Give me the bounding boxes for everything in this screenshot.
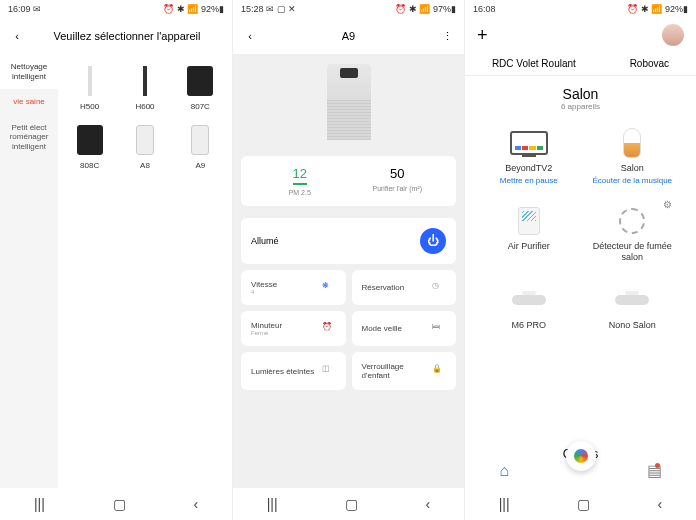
bulb-icon: ◫ — [322, 364, 336, 378]
device-image — [233, 54, 464, 150]
device-h600[interactable]: H600 — [119, 60, 170, 115]
devices-grid: BeyondTV2Mettre en pause SalonÉcouter de… — [465, 121, 696, 453]
device-h500[interactable]: H500 — [64, 60, 115, 115]
tile-speed[interactable]: Vitesse4❋ — [241, 270, 346, 305]
back-icon[interactable]: ‹ — [243, 29, 257, 43]
device-air-purifier[interactable]: Air Purifier — [481, 199, 577, 271]
alarm-icon: ⏰ — [322, 322, 336, 336]
header: + — [465, 18, 696, 52]
tile-lights[interactable]: Lumières éteintes◫ — [241, 352, 346, 390]
device-nono-salon[interactable]: Nono Salon — [585, 278, 681, 339]
room-tabs: RDC Volet Roulant Robovac — [465, 52, 696, 75]
tile-childlock[interactable]: Verrouillage d'enfant🔒 — [352, 352, 457, 390]
lock-icon: 🔒 — [432, 364, 446, 378]
tile-timer[interactable]: MinuteurFermé⏰ — [241, 311, 346, 346]
vacuum-icon — [512, 295, 546, 305]
recent-apps-button[interactable]: ||| — [34, 496, 45, 512]
more-icon[interactable]: ⋮ — [440, 29, 454, 43]
recent-apps-button[interactable]: ||| — [499, 496, 510, 512]
sidebar-item-health[interactable]: vie saine — [0, 89, 58, 115]
device-beyondtv2[interactable]: BeyondTV2Mettre en pause — [481, 121, 577, 191]
system-nav: ||| ▢ ‹ — [233, 488, 464, 520]
clock-icon: ◷ — [432, 281, 446, 295]
system-nav: ||| ▢ ‹ — [465, 488, 696, 520]
category-sidebar: Nettoyage intelligent vie saine Petit él… — [0, 54, 58, 488]
phone-3-google-home: 16:08 ⏰ ✱ 📶 92%▮ + RDC Volet Roulant Rob… — [464, 0, 696, 520]
controls-grid: Vitesse4❋ Réservation◷ MinuteurFermé⏰ Mo… — [233, 270, 464, 390]
system-nav: ||| ▢ ‹ — [0, 488, 232, 520]
back-button[interactable]: ‹ — [426, 496, 431, 512]
device-title: A9 — [265, 30, 432, 42]
pm25-value: 12 — [293, 166, 307, 185]
phone-2-device-control: 15:28 ✉ ▢ ✕ ⏰ ✱ 📶 97%▮ ‹ A9 ⋮ 12PM 2.5 5… — [232, 0, 464, 520]
sidebar-item-cleaning[interactable]: Nettoyage intelligent — [0, 54, 58, 89]
device-807c[interactable]: 807C — [175, 60, 226, 115]
gear-icon[interactable]: ⚙ — [663, 199, 672, 210]
device-a8[interactable]: A8 — [119, 119, 170, 174]
device-m6-pro[interactable]: M6 PRO — [481, 278, 577, 339]
tile-sleep[interactable]: Mode veille🛏 — [352, 311, 457, 346]
tab-rdc[interactable]: RDC Volet Roulant — [492, 58, 576, 69]
back-button[interactable]: ‹ — [658, 496, 663, 512]
recent-apps-button[interactable]: ||| — [267, 496, 278, 512]
tv-icon — [510, 131, 548, 155]
status-bar: 16:09 ✉ ⏰ ✱ 📶 92%▮ — [0, 0, 232, 18]
header: ‹ A9 ⋮ — [233, 18, 464, 54]
tab-robovac[interactable]: Robovac — [630, 58, 669, 69]
power-button[interactable]: ⏻ — [420, 228, 446, 254]
avatar[interactable] — [662, 24, 684, 46]
add-button[interactable]: + — [477, 25, 488, 46]
tile-reservation[interactable]: Réservation◷ — [352, 270, 457, 305]
bed-icon: 🛏 — [432, 322, 446, 336]
room-header: Salon 6 appareils — [465, 76, 696, 121]
home-button[interactable]: ▢ — [113, 496, 126, 512]
nav-feed-icon[interactable]: ▤ — [647, 461, 662, 480]
device-smoke-detector[interactable]: ⚙Détecteur de fumée salon — [585, 199, 681, 271]
assistant-button[interactable] — [566, 441, 596, 471]
stats-card: 12PM 2.5 50Purifier l'air (m²) — [241, 156, 456, 206]
sidebar-item-appliance[interactable]: Petit élect roménager intelligent — [0, 115, 58, 160]
assistant-icon — [574, 449, 588, 463]
device-a9[interactable]: A9 — [175, 119, 226, 174]
purifier-icon — [518, 207, 540, 235]
power-card: Allumé ⏻ — [241, 218, 456, 264]
status-bar: 16:08 ⏰ ✱ 📶 92%▮ — [465, 0, 696, 18]
smoke-icon — [619, 208, 645, 234]
device-salon-speaker[interactable]: SalonÉcouter de la musique — [585, 121, 681, 191]
back-button[interactable]: ‹ — [193, 496, 198, 512]
power-status: Allumé — [251, 236, 279, 246]
header: ‹ Veuillez sélectionner l'appareil — [0, 18, 232, 54]
status-bar: 15:28 ✉ ▢ ✕ ⏰ ✱ 📶 97%▮ — [233, 0, 464, 18]
page-title: Veuillez sélectionner l'appareil — [32, 30, 222, 42]
home-button[interactable]: ▢ — [577, 496, 590, 512]
device-808c[interactable]: 808C — [64, 119, 115, 174]
vacuum-icon — [615, 295, 649, 305]
home-button[interactable]: ▢ — [345, 496, 358, 512]
device-grid: H500 H600 807C 808C A8 A9 — [58, 54, 232, 488]
speaker-icon — [623, 128, 641, 158]
bottom-nav: G s ⌂ ▤ — [465, 453, 696, 488]
fan-icon: ❋ — [322, 281, 336, 295]
phone-1-select-device: 16:09 ✉ ⏰ ✱ 📶 92%▮ ‹ Veuillez sélectionn… — [0, 0, 232, 520]
nav-home-icon[interactable]: ⌂ — [499, 462, 509, 480]
back-icon[interactable]: ‹ — [10, 29, 24, 43]
area-value: 50 — [349, 166, 447, 181]
